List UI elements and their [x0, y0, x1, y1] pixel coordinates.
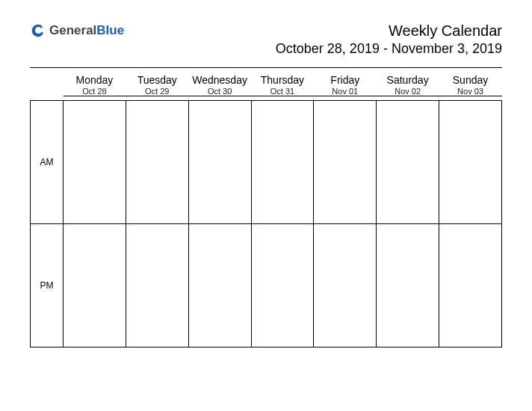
day-name: Wednesday [188, 74, 251, 86]
slot-am-fri [314, 101, 377, 224]
slot-pm-mon [64, 224, 126, 347]
slot-pm-sun [439, 224, 502, 347]
day-name: Friday [314, 74, 377, 86]
day-header-row: Monday Oct 28 Tuesday Oct 29 Wednesday O… [31, 72, 502, 96]
day-date: Oct 30 [188, 87, 251, 96]
day-date: Oct 28 [64, 87, 126, 96]
slot-am-tue [126, 101, 188, 224]
slot-pm-wed [188, 224, 251, 347]
day-head-fri: Friday Nov 01 [314, 72, 377, 96]
day-date: Oct 31 [251, 87, 314, 96]
time-column-head [31, 72, 64, 96]
day-head-thu: Thursday Oct 31 [251, 72, 314, 96]
calendar-table: Monday Oct 28 Tuesday Oct 29 Wednesday O… [30, 72, 502, 347]
day-date: Nov 01 [314, 87, 377, 96]
am-row: AM [31, 101, 502, 224]
page-title: Weekly Calendar [276, 22, 502, 40]
day-name: Sunday [439, 74, 502, 86]
pm-label: PM [31, 224, 64, 347]
day-name: Tuesday [126, 74, 188, 86]
slot-pm-sat [377, 224, 439, 347]
day-name: Thursday [251, 74, 314, 86]
am-label: AM [31, 101, 64, 224]
date-range: October 28, 2019 - November 3, 2019 [276, 41, 502, 57]
slot-pm-tue [126, 224, 188, 347]
title-block: Weekly Calendar October 28, 2019 - Novem… [276, 22, 502, 57]
slot-pm-fri [314, 224, 377, 347]
day-head-sun: Sunday Nov 03 [439, 72, 502, 96]
logo-swirl-icon [30, 22, 46, 39]
logo-text-blue: Blue [96, 23, 124, 38]
slot-am-thu [251, 101, 314, 224]
pm-row: PM [31, 224, 502, 347]
logo-text-general: General [49, 23, 96, 38]
day-date: Nov 03 [439, 87, 502, 96]
day-name: Saturday [377, 74, 439, 86]
generalblue-logo: GeneralBlue [30, 22, 124, 39]
day-date: Nov 02 [377, 87, 439, 96]
slot-am-mon [64, 101, 126, 224]
slot-am-sat [377, 101, 439, 224]
day-head-tue: Tuesday Oct 29 [126, 72, 188, 96]
day-date: Oct 29 [126, 87, 188, 96]
slot-am-sun [439, 101, 502, 224]
weekly-calendar-page: GeneralBlue Weekly Calendar October 28, … [0, 0, 532, 377]
day-head-mon: Monday Oct 28 [64, 72, 126, 96]
day-name: Monday [64, 74, 126, 86]
header: GeneralBlue Weekly Calendar October 28, … [30, 22, 502, 57]
header-divider [30, 67, 502, 68]
day-head-wed: Wednesday Oct 30 [188, 72, 251, 96]
day-head-sat: Saturday Nov 02 [377, 72, 439, 96]
slot-am-wed [188, 101, 251, 224]
slot-pm-thu [251, 224, 314, 347]
